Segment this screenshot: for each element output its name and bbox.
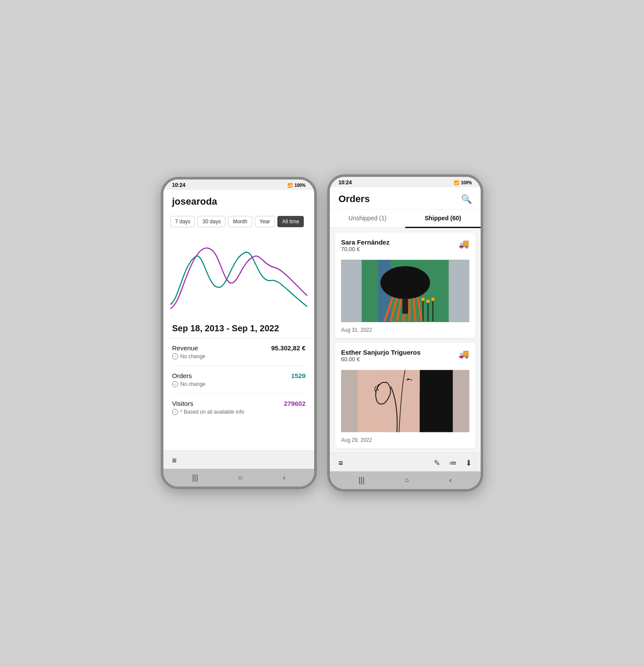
battery-icon-right: 100% — [461, 180, 472, 185]
home-btn-right[interactable]: ○ — [405, 476, 410, 485]
visitors-value: 279602 — [284, 400, 306, 407]
order-card-1[interactable]: Sara Fernández 70,00 € 🚚 — [335, 232, 475, 338]
order-image-1 — [341, 258, 469, 323]
left-bottom-nav: ≡ — [163, 451, 314, 469]
home-bar-left: ||| ○ ‹ — [163, 469, 314, 486]
revenue-label: Revenue — [172, 344, 198, 352]
svg-point-6 — [381, 266, 430, 299]
revenue-sub: − No change — [172, 353, 306, 359]
order-card-2[interactable]: Esther Sanjurjo Trigueros 60,00 € 🚚 — [335, 343, 475, 448]
right-bottom-nav: ≡ ✎ ≔ ⬇ — [330, 453, 481, 471]
order-card-top-2: Esther Sanjurjo Trigueros 60,00 € 🚚 — [341, 349, 469, 366]
download-icon[interactable]: ⬇ — [465, 458, 472, 468]
battery-icon: 100% — [294, 183, 306, 188]
no-change-icon-orders: − — [172, 381, 178, 387]
orders-label: Orders — [172, 372, 192, 379]
customer-name-2: Esther Sanjurjo Trigueros — [341, 349, 420, 356]
order-card-top-1: Sara Fernández 70,00 € 🚚 — [341, 238, 469, 256]
stats-container: Revenue 95.302,82 € − No change Orders 1… — [163, 338, 314, 451]
visitors-stat: Visitors 279602 − * Based on all availab… — [172, 394, 306, 421]
back-btn[interactable]: ‹ — [283, 473, 286, 482]
filter-7days[interactable]: 7 days — [170, 216, 195, 227]
list-icon[interactable]: ≔ — [449, 458, 457, 468]
orders-value: 1529 — [291, 372, 306, 379]
left-screen: josearoda 7 days 30 days Month Year All … — [163, 190, 314, 451]
svg-rect-22 — [341, 370, 358, 432]
svg-point-25 — [404, 377, 414, 384]
orders-title: Orders — [338, 193, 370, 205]
order-date-2: Aug 29, 2022 — [341, 437, 469, 443]
right-header: Orders 🔍 — [330, 187, 481, 209]
left-phone: 10:24 📶 100% josearoda 7 days 30 days Mo… — [161, 177, 317, 489]
status-icons-right: 📶 100% — [454, 180, 472, 185]
time-left: 10:24 — [172, 182, 185, 188]
time-right: 10:24 — [338, 180, 352, 186]
hamburger-right[interactable]: ≡ — [338, 459, 343, 468]
status-icons-left: 📶 100% — [287, 183, 306, 188]
filter-30days[interactable]: 30 days — [198, 216, 225, 227]
filter-year[interactable]: Year — [255, 216, 275, 227]
svg-rect-3 — [449, 260, 469, 322]
order-image-2 — [341, 369, 469, 434]
svg-point-15 — [421, 297, 425, 301]
time-filters: 7 days 30 days Month Year All time — [170, 216, 307, 227]
recent-apps-btn-right[interactable]: ||| — [358, 476, 364, 485]
customer-name-1: Sara Fernández — [341, 238, 390, 246]
orders-stat: Orders 1529 − No change — [172, 366, 306, 394]
order-price-1: 70,00 € — [341, 246, 390, 252]
wifi-icon: 📶 — [287, 183, 293, 188]
home-btn[interactable]: ○ — [238, 473, 243, 482]
no-change-icon-visitors: − — [172, 409, 178, 415]
nav-icons-right: ✎ ≔ ⬇ — [434, 458, 472, 468]
edit-icon[interactable]: ✎ — [434, 458, 440, 468]
tabs-container: Unshipped (1) Shipped (60) — [330, 209, 481, 228]
order-price-2: 60,00 € — [341, 356, 420, 362]
revenue-chart: - — [170, 231, 307, 317]
truck-icon-1: 🚚 — [459, 238, 469, 249]
no-change-icon-revenue: − — [172, 353, 178, 359]
svg-rect-24 — [420, 370, 452, 432]
right-screen: Orders 🔍 Unshipped (1) Shipped (60) Sara… — [330, 187, 481, 453]
svg-point-17 — [431, 297, 435, 301]
visitors-sub: − * Based on all available info — [172, 409, 306, 415]
status-bar-right: 10:24 📶 100% — [330, 177, 481, 187]
left-header: josearoda — [163, 190, 314, 212]
revenue-stat: Revenue 95.302,82 € − No change — [172, 338, 306, 366]
svg-text:-: - — [172, 313, 173, 317]
status-bar-left: 10:24 📶 100% — [163, 180, 314, 190]
back-btn-right[interactable]: ‹ — [449, 476, 452, 485]
orders-sub-text: No change — [180, 381, 205, 387]
tab-unshipped[interactable]: Unshipped (1) — [330, 209, 405, 228]
visitors-label: Visitors — [172, 400, 193, 407]
chart-area: 7 days 30 days Month Year All time - — [163, 212, 314, 317]
filter-month[interactable]: Month — [228, 216, 252, 227]
wifi-icon-right: 📶 — [454, 180, 459, 185]
right-phone: 10:24 📶 100% Orders 🔍 Unshipped (1) Ship… — [327, 174, 483, 492]
revenue-sub-text: No change — [180, 353, 205, 359]
svg-point-26 — [407, 378, 409, 380]
hamburger-left[interactable]: ≡ — [172, 456, 177, 465]
date-range: Sep 18, 2013 - Sep 1, 2022 — [163, 317, 314, 338]
revenue-value: 95.302,82 € — [271, 344, 306, 352]
orders-list: Sara Fernández 70,00 € 🚚 — [330, 228, 481, 453]
svg-rect-14 — [402, 299, 408, 313]
recent-apps-btn[interactable]: ||| — [192, 473, 198, 482]
truck-icon-2: 🚚 — [459, 349, 469, 359]
search-button[interactable]: 🔍 — [461, 194, 472, 204]
svg-point-16 — [426, 300, 430, 303]
order-date-1: Aug 31, 2022 — [341, 327, 469, 333]
orders-sub: − No change — [172, 381, 306, 387]
filter-alltime[interactable]: All time — [277, 216, 304, 227]
tab-shipped[interactable]: Shipped (60) — [405, 209, 481, 228]
visitors-sub-text: * Based on all available info — [180, 409, 244, 415]
home-bar-right: ||| ○ ‹ — [330, 471, 481, 489]
svg-rect-2 — [341, 260, 362, 322]
shop-name: josearoda — [172, 196, 306, 207]
svg-rect-23 — [453, 370, 469, 432]
